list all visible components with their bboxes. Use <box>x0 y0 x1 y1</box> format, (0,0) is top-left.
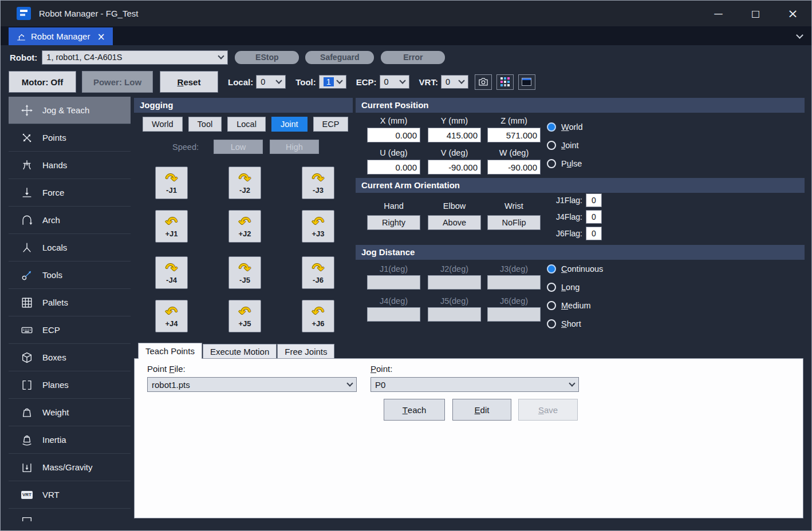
sidebar-item-label: Pallets <box>42 298 68 307</box>
point-file-value: robot1.pts <box>152 380 190 390</box>
field-j5-distance <box>428 307 481 322</box>
locals-icon <box>19 241 34 254</box>
jog-mode-ecp-button[interactable]: ECP <box>313 117 349 132</box>
sidebar-item-hands[interactable]: Hands <box>9 152 131 179</box>
radio-continuous[interactable]: Continuous <box>547 263 603 275</box>
reset-button[interactable]: Reset <box>160 71 218 93</box>
field-j6-distance <box>487 307 541 322</box>
vision-pixels-button[interactable] <box>496 74 514 90</box>
minimize-button[interactable]: — <box>700 1 737 26</box>
jog-mode-world-button[interactable]: World <box>143 117 183 132</box>
sidebar-item-planes[interactable]: Planes <box>9 371 131 399</box>
jog-button-minus-j4[interactable]: ↷-J4 <box>155 256 188 289</box>
points-icon <box>19 132 34 144</box>
field-y[interactable]: 415.000 <box>428 128 481 142</box>
sidebar-item-vrt[interactable]: VRT VRT <box>9 481 131 509</box>
jog-button-label: +J5 <box>238 319 251 328</box>
field-z[interactable]: 571.000 <box>487 128 541 142</box>
robot-select[interactable]: 1, robot1, C4-A601S <box>42 50 228 65</box>
app-icon <box>17 7 31 20</box>
field-v[interactable]: -90.000 <box>428 160 481 175</box>
sidebar-item-inertia[interactable]: Inertia <box>9 426 131 454</box>
robot-label: Robot: <box>10 53 37 62</box>
local-select[interactable]: 0 <box>256 75 286 89</box>
sidebar-item-boxes[interactable]: Boxes <box>9 344 131 371</box>
robot-select-value: 1, robot1, C4-A601S <box>46 53 122 62</box>
tab-execute-motion[interactable]: Execute Motion <box>203 344 277 358</box>
tab-teach-points[interactable]: Teach Points <box>138 343 202 359</box>
tab-free-joints[interactable]: Free Joints <box>277 344 334 358</box>
field-x[interactable]: 0.000 <box>367 128 420 142</box>
jogging-section: Jogging World Tool Local Joint ECP Speed… <box>134 97 353 342</box>
jog-button-plus-j4[interactable]: ↶+J4 <box>155 300 188 332</box>
field-u[interactable]: 0.000 <box>367 160 420 175</box>
sidebar-item-tools[interactable]: Tools <box>9 261 131 289</box>
edit-button[interactable]: Edit <box>452 399 511 421</box>
radio-circle <box>547 141 556 150</box>
sidebar-item-label: Jog & Teach <box>42 105 89 115</box>
jog-button-plus-j2[interactable]: ↶+J2 <box>228 210 261 243</box>
jog-button-label: +J6 <box>312 319 324 328</box>
radio-joint[interactable]: Joint <box>547 139 583 152</box>
hand-label: Hand <box>367 201 420 211</box>
jog-mode-local-button[interactable]: Local <box>227 117 266 132</box>
tool-select-value: 1 <box>324 77 334 86</box>
pixel-grid-icon <box>500 77 510 86</box>
sidebar-item-pallets[interactable]: Pallets <box>9 289 131 316</box>
camera-button[interactable] <box>475 74 492 90</box>
jog-button-plus-j3[interactable]: ↶+J3 <box>302 210 334 243</box>
ecp-select-value: 0 <box>384 77 389 86</box>
jog-button-minus-j1[interactable]: ↷-J1 <box>155 167 188 199</box>
jog-button-plus-j6[interactable]: ↶+J6 <box>302 300 334 332</box>
jog-button-minus-j5[interactable]: ↷-J5 <box>228 256 261 289</box>
main-content: Jogging World Tool Local Joint ECP Speed… <box>132 97 805 521</box>
radio-short[interactable]: Short <box>547 318 603 330</box>
radio-label: World <box>561 122 583 132</box>
point-select[interactable]: P0 <box>370 377 579 392</box>
terminal-button[interactable] <box>518 74 535 90</box>
radio-world[interactable]: World <box>547 121 583 133</box>
teach-button[interactable]: Teach <box>384 399 445 421</box>
radio-label: Short <box>561 319 581 328</box>
tab-close-icon[interactable]: × <box>97 31 105 42</box>
tab-list-chevron-icon[interactable] <box>796 31 803 39</box>
radio-circle-selected <box>547 264 556 274</box>
sidebar-item-partial[interactable] <box>9 509 131 521</box>
point-file-select[interactable]: robot1.pts <box>147 377 357 392</box>
jog-mode-tool-button[interactable]: Tool <box>188 117 222 132</box>
jog-ccw-icon: ↶ <box>312 304 324 320</box>
maximize-button[interactable]: □ <box>737 1 774 26</box>
jog-button-minus-j2[interactable]: ↷-J2 <box>228 167 261 199</box>
radio-pulse[interactable]: Pulse <box>547 157 583 170</box>
sidebar-item-points[interactable]: Points <box>9 124 131 152</box>
vrt-icon: VRT <box>19 491 34 499</box>
field-w[interactable]: -90.000 <box>487 160 541 175</box>
elbow-value: Above <box>428 215 481 230</box>
tab-robot-manager[interactable]: Robot Manager × <box>9 27 113 45</box>
close-button[interactable]: × <box>774 1 811 26</box>
sidebar-item-force[interactable]: Force <box>9 179 131 207</box>
vrt-select-value: 0 <box>446 77 450 86</box>
teach-points-panel: Point File: robot1.pts Point: P0 Teach E… <box>134 358 803 518</box>
jog-button-label: +J4 <box>165 319 178 328</box>
radio-medium[interactable]: Medium <box>547 299 603 312</box>
sidebar-item-weight[interactable]: Weight <box>9 399 131 426</box>
jog-button-minus-j3[interactable]: ↷-J3 <box>302 167 334 199</box>
sidebar-item-mass-gravity[interactable]: Mass/Gravity <box>9 454 131 481</box>
point-label: Point: <box>370 364 392 374</box>
sidebar-item-ecp[interactable]: ECP <box>9 316 131 344</box>
jog-button-plus-j5[interactable]: ↶+J5 <box>228 300 261 332</box>
jog-button-plus-j1[interactable]: ↶+J1 <box>155 210 188 243</box>
radio-long[interactable]: Long <box>547 281 603 294</box>
jog-button-minus-j6[interactable]: ↷-J6 <box>302 256 334 289</box>
vrt-select[interactable]: 0 <box>441 75 468 89</box>
sidebar-item-arch[interactable]: Arch <box>9 207 131 234</box>
sidebar-item-locals[interactable]: Locals <box>9 234 131 261</box>
tool-select[interactable]: 1 <box>319 75 346 89</box>
jog-mode-joint-button[interactable]: Joint <box>271 117 308 132</box>
sidebar-item-jog-teach[interactable]: Jog & Teach <box>9 97 131 124</box>
motor-button[interactable]: Motor: Off <box>9 71 76 93</box>
chevron-down-icon <box>336 77 342 84</box>
status-sections: Current Position X (mm) Y (mm) Z (mm) 0.… <box>356 97 805 342</box>
ecp-select[interactable]: 0 <box>380 75 409 89</box>
